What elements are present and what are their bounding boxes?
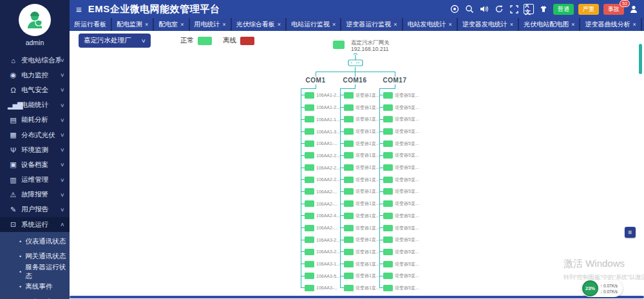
device-node[interactable]: 逆变器5直...: [379, 150, 419, 162]
device-node[interactable]: 逆变器5直...: [379, 222, 419, 234]
tab-close-icon[interactable]: ×: [449, 21, 452, 28]
search-icon[interactable]: [464, 4, 475, 14]
page-tab[interactable]: ● 所运行看板 ×: [70, 18, 111, 31]
horizontal-scrollbar[interactable]: [70, 296, 644, 298]
tab-close-icon[interactable]: ×: [632, 21, 636, 28]
device-node[interactable]: 106AA3-1...: [301, 258, 340, 270]
avatar[interactable]: [19, 4, 51, 36]
device-node[interactable]: 逆变器1直...: [340, 162, 380, 174]
sidebar-menu-item[interactable]: ⌂ 变电站综合系统 ∨: [0, 53, 70, 68]
sidebar-menu-item[interactable]: ▥ 运维管理 ∨: [0, 173, 70, 188]
tab-close-icon[interactable]: ×: [571, 21, 574, 28]
device-node[interactable]: 逆变器5直...: [379, 282, 419, 294]
page-tab[interactable]: ● 光伏电站配电图 ×: [519, 18, 579, 31]
volume-icon[interactable]: [479, 4, 489, 14]
device-node[interactable]: 逆变器5直...: [379, 113, 419, 126]
sidebar-submenu-item[interactable]: • 仪表通讯状态: [0, 234, 70, 249]
device-node[interactable]: 逆变器1直...: [340, 173, 380, 186]
tab-close-icon[interactable]: ×: [145, 21, 148, 28]
device-node[interactable]: 106AA3-...: [301, 282, 340, 294]
device-node[interactable]: 106AA1-2...: [301, 101, 340, 113]
alarm-badge-accident[interactable]: 事故 53: [603, 4, 624, 15]
page-tab[interactable]: ● 能耗综合看板 ×: [642, 18, 644, 31]
device-node[interactable]: 106AA1-1...: [301, 113, 340, 126]
record-target-icon[interactable]: [450, 4, 460, 14]
device-node[interactable]: 逆变器1直...: [340, 258, 380, 270]
device-node[interactable]: 逆变器5直...: [379, 90, 419, 102]
device-node[interactable]: 106AA2-2...: [301, 162, 340, 174]
device-node[interactable]: 逆变器5直...: [379, 137, 419, 150]
device-node[interactable]: 106AA2-...: [301, 198, 340, 210]
device-node[interactable]: 逆变器1直...: [340, 113, 380, 126]
theme-shirt-icon[interactable]: [538, 4, 549, 14]
page-tab[interactable]: ● 用电统计 ×: [190, 18, 231, 31]
tab-close-icon[interactable]: ×: [332, 21, 336, 28]
sidebar-menu-item[interactable]: ▣ 设备档案 ∨: [0, 157, 70, 172]
device-node[interactable]: 逆变器1直...: [340, 209, 380, 222]
device-node[interactable]: 逆变器5直...: [379, 234, 419, 246]
device-node[interactable]: 逆变器5直...: [379, 173, 419, 186]
device-node[interactable]: 逆变器5直...: [379, 258, 419, 270]
device-node[interactable]: 逆变器1直...: [340, 101, 380, 113]
device-node[interactable]: 106AA2-...: [301, 222, 340, 234]
tab-close-icon[interactable]: ×: [510, 21, 513, 28]
sidebar-menu-item[interactable]: ◉ 电力监控 ∨: [0, 68, 70, 82]
device-node[interactable]: 106AA3-2...: [301, 246, 340, 258]
device-node[interactable]: 逆变器1直...: [340, 282, 380, 294]
device-node[interactable]: 106AA1-...: [301, 137, 340, 150]
device-node[interactable]: 逆变器5直...: [379, 126, 419, 138]
device-node[interactable]: 106AA1-2...: [301, 90, 340, 102]
page-tab[interactable]: ● 逆变器发电统计 ×: [458, 18, 518, 31]
device-node[interactable]: 逆变器5直...: [379, 198, 419, 210]
page-tab[interactable]: ● 电站运行监视 ×: [287, 18, 340, 31]
sidebar-submenu-item[interactable]: • 离线事件: [0, 279, 70, 294]
device-node[interactable]: 106AA2-4...: [301, 209, 340, 222]
sidebar-menu-item[interactable]: ▤ 能耗分析 ∨: [0, 113, 70, 128]
device-node[interactable]: 逆变器1直...: [340, 246, 380, 258]
refresh-icon[interactable]: [494, 4, 504, 14]
sidebar-menu-item[interactable]: ▦ 分布式光伏 ∨: [0, 128, 70, 142]
sidebar-menu-item[interactable]: Ψ 环境监测 ∨: [0, 142, 70, 157]
page-tab[interactable]: ● 逆变器曲线分析 ×: [580, 18, 640, 31]
page-tab[interactable]: ● 配电室 ×: [154, 18, 188, 31]
tab-close-icon[interactable]: ×: [278, 21, 281, 28]
page-tab[interactable]: ● 逆变器运行监视 ×: [341, 18, 401, 31]
tab-close-icon[interactable]: ×: [223, 21, 226, 28]
device-node[interactable]: 逆变器1直...: [340, 90, 380, 102]
tab-close-icon[interactable]: ×: [180, 21, 184, 28]
device-node[interactable]: 逆变器5直...: [379, 209, 419, 222]
device-node[interactable]: 逆变器1直...: [340, 222, 380, 234]
fullscreen-icon[interactable]: [509, 4, 519, 14]
device-node[interactable]: 逆变器1直...: [340, 137, 380, 150]
sidebar-submenu-item[interactable]: • 服务器运行状态: [0, 264, 70, 279]
sidebar-menu-item[interactable]: ⊡ 系统运行 ∧: [0, 217, 70, 232]
sidebar-menu-item[interactable]: ▂▅▇ 电能统计 ∨: [0, 98, 70, 113]
device-node[interactable]: 逆变器5直...: [379, 101, 419, 113]
device-node[interactable]: 逆变器1直...: [340, 270, 380, 282]
device-node[interactable]: 逆变器5直...: [379, 246, 419, 258]
page-tab[interactable]: ● 光伏综合看板 ×: [232, 18, 285, 31]
device-node[interactable]: 106AA2-2...: [301, 150, 340, 162]
vertical-scrollbar-thumb[interactable]: [639, 44, 642, 74]
device-node[interactable]: 逆变器5直...: [379, 270, 419, 282]
sidebar-submenu-item[interactable]: • 操作日志: [0, 294, 70, 299]
device-node[interactable]: 106AA3-2...: [301, 234, 340, 246]
device-node[interactable]: 106AA1-3...: [301, 126, 340, 138]
device-node[interactable]: 逆变器1直...: [340, 126, 380, 138]
sidebar-menu-item[interactable]: ⚠ 故障报警 ∨: [0, 188, 70, 202]
device-node[interactable]: 逆变器1直...: [340, 234, 380, 246]
device-node[interactable]: 106AA3-5...: [301, 270, 340, 282]
device-node[interactable]: 逆变器5直...: [379, 186, 419, 198]
alarm-badge-serious[interactable]: 严重: [578, 4, 599, 15]
page-tab[interactable]: ● 配电监测 ×: [112, 18, 153, 31]
translate-icon[interactable]: A文: [524, 4, 534, 14]
sidebar-menu-item[interactable]: Ω 电气安全 ∨: [0, 82, 70, 97]
sidebar-submenu-item[interactable]: • 网关通讯状态: [0, 249, 70, 264]
user-profile-icon[interactable]: [629, 4, 639, 14]
device-node[interactable]: 106AA2-2...: [301, 173, 340, 186]
page-tab[interactable]: ● 电站发电统计 ×: [403, 18, 457, 31]
device-node[interactable]: 106AA2-...: [301, 186, 340, 198]
device-node[interactable]: 逆变器1直...: [340, 186, 380, 198]
hamburger-menu-icon[interactable]: ≡: [76, 4, 82, 15]
floating-widget-button[interactable]: ≡: [625, 227, 636, 238]
